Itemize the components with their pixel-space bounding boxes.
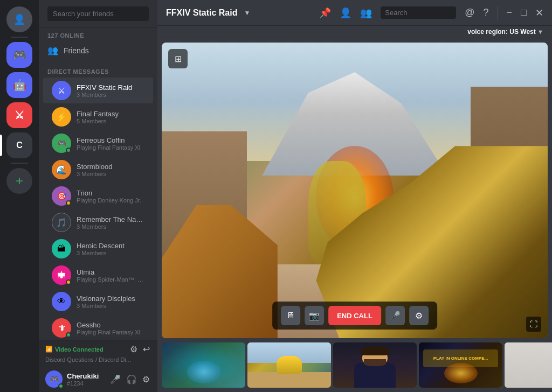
dm-avatar-trion: 🎯 bbox=[52, 186, 71, 206]
thumb1-hero bbox=[187, 361, 220, 383]
dm-avatar-heroic: 🏔 bbox=[52, 239, 71, 258]
fullscreen-button[interactable]: ⛶ bbox=[526, 317, 541, 332]
dm-info-heroic: Heroic Descent 3 Members bbox=[77, 242, 144, 256]
vc-settings-icon[interactable]: ⚙ bbox=[129, 343, 139, 355]
grid-icon: ⊞ bbox=[175, 54, 182, 64]
members-icon[interactable]: 👥 bbox=[360, 7, 372, 19]
server-item-1[interactable]: 🎮 bbox=[6, 42, 32, 68]
server-divider-2 bbox=[11, 163, 28, 164]
dm-item-ff[interactable]: ⚡ Final Fantasy 5 Members bbox=[43, 104, 153, 130]
video-settings-button[interactable]: ⚙ bbox=[409, 306, 429, 325]
video-connected-bar: 📶 Video Connected ⚙ ↩ bbox=[39, 340, 157, 355]
mute-mic-button[interactable]: 🎤 bbox=[109, 373, 122, 386]
camera-icon: 📷 bbox=[309, 311, 320, 321]
dm-info-gessho: Gessho Playing Final Fantasy XI bbox=[77, 321, 144, 335]
dm-name-stormblood: Stormblood bbox=[77, 163, 144, 171]
server-item-3[interactable]: ⚔ bbox=[6, 102, 32, 128]
dm-sub-heroic: 3 Members bbox=[77, 250, 144, 256]
dm-item-gessho[interactable]: 🗡 Gessho Playing Final Fantasy XI bbox=[43, 315, 153, 340]
ferreous-avatar-icon: 🎮 bbox=[57, 139, 66, 148]
end-call-button[interactable]: END CALL bbox=[328, 306, 381, 325]
dm-item-rtn[interactable]: 🎵 Remember The Name 3 Members bbox=[43, 209, 153, 235]
user-panel: 🎮 Cherukiki #1234 🎤 🎧 ⚙ bbox=[39, 366, 157, 392]
user-name: Cherukiki bbox=[67, 372, 105, 380]
add-friend-icon[interactable]: 👤 bbox=[340, 7, 351, 19]
minimize-button[interactable]: − bbox=[507, 7, 513, 18]
vc-icons: ⚙ ↩ bbox=[129, 343, 151, 355]
thumbnail-5[interactable] bbox=[505, 342, 552, 388]
header-search-input[interactable] bbox=[381, 6, 456, 19]
dm-item-trion[interactable]: 🎯 Trion Playing Donkey Kong Jr. bbox=[43, 183, 153, 209]
dm-name-ff: Final Fantasy bbox=[77, 110, 144, 118]
dm-sub-ff: 5 Members bbox=[77, 118, 144, 124]
voice-region-dropdown[interactable]: ▼ bbox=[537, 29, 543, 35]
vc-disconnect-icon[interactable]: ↩ bbox=[142, 343, 151, 355]
dm-sub-ulmia: Playing Spider-Man™: Shattered Dimen... bbox=[77, 276, 144, 283]
dm-avatar-rtn: 🎵 bbox=[52, 213, 71, 232]
dm-name-gessho: Gessho bbox=[77, 321, 144, 329]
thumbnail-2[interactable] bbox=[247, 342, 331, 388]
video-settings-icon: ⚙ bbox=[415, 311, 423, 321]
search-input[interactable] bbox=[47, 6, 149, 21]
dm-item-ffxiv[interactable]: ⚔ FFXIV Static Raid 3 Members ✕ bbox=[43, 78, 153, 103]
friends-nav-item[interactable]: 👥 Friends bbox=[39, 41, 157, 60]
dm-avatar-vd: 👁 bbox=[52, 292, 71, 311]
dm-item-ulmia[interactable]: 🕷 Ulmia Playing Spider-Man™: Shattered D… bbox=[43, 262, 153, 288]
vc-status-text: Video Connected bbox=[55, 346, 104, 353]
user-settings-button[interactable]: ⚙ bbox=[141, 373, 151, 386]
thumb5-wall bbox=[505, 342, 552, 388]
video-background: ⊞ ⛶ bbox=[162, 43, 548, 338]
header-divider bbox=[498, 6, 498, 19]
maximize-button[interactable]: □ bbox=[521, 7, 527, 18]
server-item-4-active[interactable]: C bbox=[6, 132, 32, 158]
add-server-button[interactable]: + bbox=[6, 168, 32, 194]
dm-sub-stormblood: 3 Members bbox=[77, 171, 144, 177]
server-item-2[interactable]: 🤖 bbox=[6, 72, 32, 98]
thumbnail-4[interactable]: PLAY IN ONLINE COMPE... bbox=[419, 342, 502, 388]
voice-region-bar: voice region: US West ▼ bbox=[157, 26, 552, 38]
dm-list: ⚔ FFXIV Static Raid 3 Members ✕ ⚡ Final … bbox=[39, 77, 157, 340]
screen-share-button[interactable]: ⊞ bbox=[168, 49, 188, 68]
close-button[interactable]: ✕ bbox=[535, 7, 543, 19]
mic-ctrl-button[interactable]: 🎤 bbox=[385, 306, 405, 325]
dm-sidebar-header bbox=[39, 0, 157, 28]
help-icon[interactable]: ? bbox=[484, 7, 489, 18]
camera-button[interactable]: 📷 bbox=[305, 306, 324, 325]
dm-info-ulmia: Ulmia Playing Spider-Man™: Shattered Dim… bbox=[77, 268, 144, 283]
dm-item-heroic[interactable]: 🏔 Heroic Descent 3 Members bbox=[43, 236, 153, 262]
trion-avatar-icon: 🎯 bbox=[57, 192, 66, 200]
user-tag: #1234 bbox=[67, 380, 105, 387]
user-panel-icons: 🎤 🎧 ⚙ bbox=[109, 373, 151, 386]
user-avatar-icon: 🎮 bbox=[50, 375, 59, 383]
dm-sub-gessho: Playing Final Fantasy XI bbox=[77, 329, 144, 335]
thumb3-shirt bbox=[354, 363, 396, 388]
thumbnails-strip: PLAY IN ONLINE COMPE... bbox=[157, 338, 552, 392]
server-sidebar: 👤 🎮 🤖 ⚔ C + bbox=[0, 0, 39, 392]
user-avatar-server[interactable]: 👤 bbox=[6, 6, 32, 32]
header-icons: 📌 👤 👥 @ ? − □ ✕ bbox=[319, 6, 543, 19]
dm-name-heroic: Heroic Descent bbox=[77, 242, 144, 250]
screen-share-ctrl-button[interactable]: 🖥 bbox=[281, 306, 300, 325]
pin-icon[interactable]: 📌 bbox=[319, 7, 331, 19]
voice-region-name: US West bbox=[509, 28, 535, 36]
dm-avatar-gessho: 🗡 bbox=[52, 318, 71, 338]
server-3-icon: ⚔ bbox=[15, 109, 24, 122]
dm-avatar-ferreous: 🎮 bbox=[52, 134, 71, 153]
dm-section-label: DIRECT MESSAGES bbox=[39, 60, 157, 77]
dm-name-rtn: Remember The Name bbox=[77, 215, 144, 223]
dm-info-ff: Final Fantasy 5 Members bbox=[77, 110, 144, 124]
dm-sidebar: 127 ONLINE 👥 Friends DIRECT MESSAGES ⚔ F… bbox=[39, 0, 157, 392]
dm-name-ulmia: Ulmia bbox=[77, 268, 144, 276]
dm-item-ferreous[interactable]: 🎮 Ferreous Coffin Playing Final Fantasy … bbox=[43, 130, 153, 156]
dm-item-vd[interactable]: 👁 Visionary Disciples 3 Members bbox=[43, 289, 153, 314]
mention-icon[interactable]: @ bbox=[465, 7, 474, 18]
video-container: ⊞ ⛶ 🖥 📷 END CALL 🎤 bbox=[162, 43, 548, 338]
thumbnail-1[interactable] bbox=[162, 342, 245, 388]
dm-item-stormblood[interactable]: 🌊 Stormblood 3 Members bbox=[43, 157, 153, 183]
dm-info-rtn: Remember The Name 3 Members bbox=[77, 215, 144, 230]
deafen-button[interactable]: 🎧 bbox=[125, 373, 138, 386]
thumbnail-3[interactable] bbox=[333, 342, 417, 388]
user-panel-info: Cherukiki #1234 bbox=[67, 372, 105, 387]
channel-dropdown-icon[interactable]: ▼ bbox=[244, 9, 250, 17]
dm-info-vd: Visionary Disciples 3 Members bbox=[77, 295, 144, 309]
